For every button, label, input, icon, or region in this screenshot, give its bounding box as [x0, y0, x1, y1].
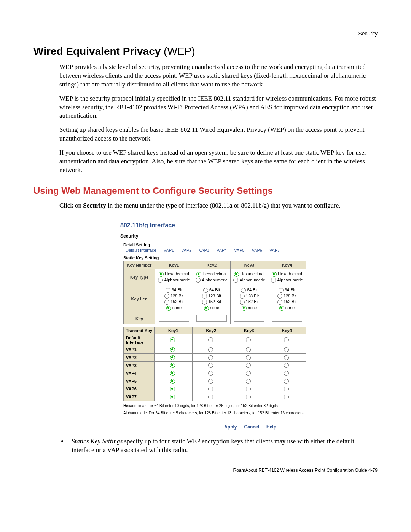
- col-key3: Key3: [231, 261, 268, 269]
- tab-vap4[interactable]: VAP4: [217, 248, 227, 252]
- row-key-len: Key Len: [124, 285, 155, 313]
- bullet-statics-key: Statics Key Settings specify up to four …: [68, 437, 378, 455]
- radio-152bit[interactable]: [240, 300, 245, 305]
- radio-tx[interactable]: [284, 379, 289, 384]
- radio-tx[interactable]: [284, 395, 289, 399]
- radio-tx[interactable]: [170, 387, 175, 391]
- tab-default-interface[interactable]: Default Interface: [126, 248, 156, 252]
- radio-tx[interactable]: [208, 355, 213, 360]
- keylen-key1: 64 Bit 128 Bit 152 Bit none: [155, 285, 193, 313]
- radio-tx[interactable]: [170, 347, 175, 352]
- note-hex: Hexadecimal: For 64 Bit enter 10 digits,…: [123, 403, 311, 409]
- radio-tx[interactable]: [208, 371, 213, 376]
- radio-tx[interactable]: [284, 347, 289, 352]
- radio-none[interactable]: [166, 306, 171, 311]
- radio-tx[interactable]: [246, 355, 251, 360]
- apply-link[interactable]: Apply: [224, 424, 237, 430]
- radio-tx[interactable]: [208, 363, 213, 368]
- tab-vap7[interactable]: VAP7: [269, 248, 280, 252]
- radio-hex[interactable]: [272, 272, 277, 277]
- radio-152bit[interactable]: [277, 300, 282, 305]
- radio-alpha[interactable]: [233, 278, 238, 283]
- tab-vap3[interactable]: VAP3: [199, 248, 209, 252]
- radio-tx[interactable]: [208, 387, 213, 391]
- key-input-1[interactable]: [159, 315, 189, 322]
- radio-tx[interactable]: [246, 395, 251, 399]
- key-input-2[interactable]: [196, 315, 226, 322]
- help-link[interactable]: Help: [266, 424, 276, 430]
- radio-hex[interactable]: [196, 272, 201, 277]
- fig-subtitle: Security: [120, 233, 311, 239]
- key-input-4[interactable]: [272, 315, 302, 322]
- radio-64bit[interactable]: [166, 288, 170, 293]
- radio-tx[interactable]: [170, 395, 175, 399]
- section-heading: Using Web Management to Configure Securi…: [33, 185, 378, 196]
- radio-alpha[interactable]: [271, 278, 276, 283]
- page-footer: RoamAbout RBT-4102 Wireless Access Point…: [33, 468, 378, 473]
- radio-tx[interactable]: [284, 371, 289, 376]
- radio-tx[interactable]: [170, 337, 175, 342]
- page-title: Wired Equivalent Privacy (WEP): [33, 46, 378, 58]
- keytype-key2: Hexadecimal Alphanumeric: [193, 269, 231, 285]
- radio-64bit[interactable]: [279, 288, 284, 293]
- radio-152bit[interactable]: [202, 300, 207, 305]
- row-key-type: Key Type: [124, 269, 155, 285]
- radio-none[interactable]: [204, 306, 209, 311]
- para-4: If you choose to use WEP shared keys ins…: [33, 149, 378, 175]
- key-input-3[interactable]: [234, 315, 264, 322]
- note-alpha: Alphanumeric: For 64 Bit enter 5 charact…: [123, 411, 311, 416]
- radio-tx[interactable]: [246, 379, 251, 384]
- radio-128bit[interactable]: [240, 294, 245, 299]
- radio-tx[interactable]: [246, 371, 251, 376]
- radio-tx[interactable]: [284, 337, 289, 342]
- radio-hex[interactable]: [234, 272, 239, 277]
- radio-tx[interactable]: [170, 371, 175, 376]
- title-rest: (WEP): [161, 45, 195, 57]
- radio-128bit[interactable]: [277, 294, 282, 299]
- security-figure: 802.11b/g Interface Security Detail Sett…: [120, 218, 311, 430]
- radio-tx[interactable]: [284, 355, 289, 360]
- cancel-link[interactable]: Cancel: [244, 424, 259, 430]
- radio-tx[interactable]: [284, 363, 289, 368]
- radio-tx[interactable]: [208, 347, 213, 352]
- radio-tx[interactable]: [284, 387, 289, 391]
- transmit-key-table: Transmit Key Key1 Key2 Key3 Key4 Default…: [123, 327, 306, 401]
- radio-alpha[interactable]: [196, 278, 201, 283]
- radio-tx[interactable]: [208, 337, 213, 342]
- para-1: WEP provides a basic level of security, …: [33, 63, 378, 89]
- radio-tx[interactable]: [246, 337, 251, 342]
- radio-tx[interactable]: [170, 355, 175, 360]
- keylen-key4: 64 Bit 128 Bit 152 Bit none: [268, 285, 306, 313]
- col-key1: Key1: [155, 261, 193, 269]
- radio-128bit[interactable]: [202, 294, 207, 299]
- radio-alpha[interactable]: [158, 278, 163, 283]
- radio-none[interactable]: [279, 306, 284, 311]
- keytype-key1: Hexadecimal Alphanumeric: [155, 269, 193, 285]
- radio-tx[interactable]: [246, 363, 251, 368]
- radio-hex[interactable]: [159, 272, 164, 277]
- row-key: Key: [124, 313, 155, 324]
- detail-tabs: Default Interface VAP1 VAP2 VAP3 VAP4 VA…: [126, 248, 311, 252]
- keylen-key3: 64 Bit 128 Bit 152 Bit none: [231, 285, 268, 313]
- col-key2: Key2: [193, 261, 231, 269]
- radio-128bit[interactable]: [164, 294, 169, 299]
- radio-tx[interactable]: [170, 363, 175, 368]
- radio-tx[interactable]: [208, 379, 213, 384]
- radio-tx[interactable]: [170, 379, 175, 384]
- tab-vap6[interactable]: VAP6: [252, 248, 262, 252]
- radio-64bit[interactable]: [203, 288, 208, 293]
- title-bold: Wired Equivalent Privacy: [33, 45, 161, 57]
- radio-tx[interactable]: [246, 347, 251, 352]
- keylen-key2: 64 Bit 128 Bit 152 Bit none: [193, 285, 231, 313]
- radio-tx[interactable]: [208, 395, 213, 399]
- tab-vap2[interactable]: VAP2: [181, 248, 191, 252]
- radio-none[interactable]: [242, 306, 247, 311]
- radio-64bit[interactable]: [241, 288, 246, 293]
- col-key4: Key4: [268, 261, 306, 269]
- radio-tx[interactable]: [246, 387, 251, 391]
- para-5: Click on Security in the menu under the …: [33, 201, 378, 210]
- radio-152bit[interactable]: [164, 300, 169, 305]
- static-key-label: Static Key Setting: [123, 256, 311, 260]
- tab-vap5[interactable]: VAP5: [234, 248, 244, 252]
- tab-vap1[interactable]: VAP1: [164, 248, 174, 252]
